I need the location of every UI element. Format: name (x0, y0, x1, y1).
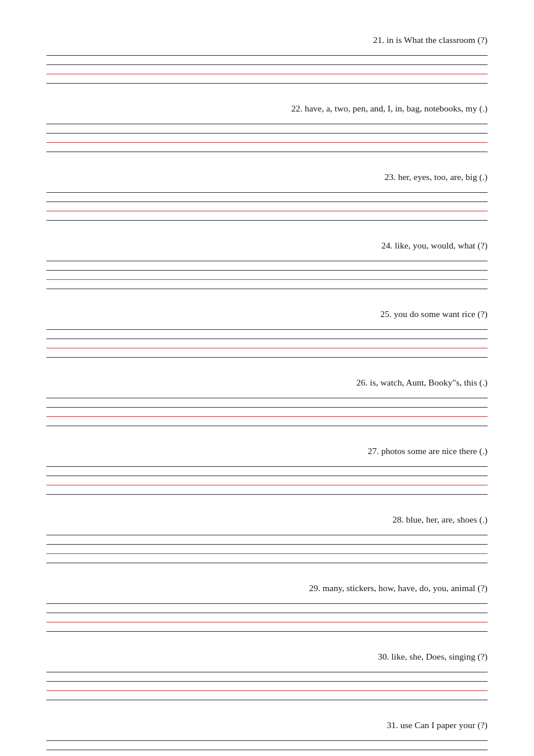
exercise-21-line-4[interactable] (46, 78, 488, 84)
exercise-22-line-1[interactable] (46, 118, 488, 124)
exercise-30-line-2[interactable] (46, 676, 488, 682)
exercise-24: 24. like, you, would, what (?) (46, 240, 488, 293)
exercise-24-line-3[interactable] (46, 274, 488, 280)
exercise-27-line-1[interactable] (46, 461, 488, 467)
exercise-29-line-1[interactable] (46, 598, 488, 604)
exercise-25-line-1[interactable] (46, 324, 488, 330)
exercise-22-prompt: 22. have, a, two, pen, and, I, in, bag, … (46, 103, 488, 114)
exercise-28-line-1[interactable] (46, 530, 488, 535)
exercise-29-prompt: 29. many, stickers, how, have, do, you, … (46, 583, 488, 593)
exercise-23-line-2[interactable] (46, 196, 488, 202)
exercise-21-lines (46, 50, 488, 87)
exercise-23-line-3[interactable] (46, 206, 488, 211)
exercise-24-line-4[interactable] (46, 283, 488, 289)
exercise-23-lines (46, 187, 488, 224)
exercise-25-line-4[interactable] (46, 352, 488, 358)
exercise-29-line-3[interactable] (46, 617, 488, 622)
exercise-27-line-4[interactable] (46, 489, 488, 495)
exercise-22-line-3[interactable] (46, 137, 488, 143)
exercise-28-line-2[interactable] (46, 539, 488, 545)
exercise-26-line-2[interactable] (46, 402, 488, 408)
exercise-29-lines (46, 598, 488, 635)
exercise-21-line-3[interactable] (46, 69, 488, 74)
exercise-27-line-3[interactable] (46, 480, 488, 485)
exercise-26-line-4[interactable] (46, 420, 488, 426)
exercise-31-line-2[interactable] (46, 744, 488, 750)
exercise-26-lines (46, 393, 488, 430)
exercise-31-lines (46, 735, 488, 756)
exercise-30-line-3[interactable] (46, 685, 488, 691)
exercise-25-line-3[interactable] (46, 343, 488, 348)
exercise-24-line-2[interactable] (46, 265, 488, 271)
exercise-30-line-4[interactable] (46, 694, 488, 700)
exercise-21-line-2[interactable] (46, 59, 488, 65)
exercise-30: 30. like, she, Does, singing (?) (46, 651, 488, 704)
exercise-23-line-1[interactable] (46, 187, 488, 193)
exercise-22-line-4[interactable] (46, 146, 488, 152)
exercises-container: 21. in is What the classroom (?)22. have… (46, 35, 488, 756)
exercise-28: 28. blue, her, are, shoes (.) (46, 514, 488, 567)
exercise-24-lines (46, 255, 488, 293)
exercise-31-prompt: 31. use Can I paper your (?) (46, 720, 488, 730)
exercise-25-prompt: 25. you do some want rice (?) (46, 309, 488, 319)
exercise-27-prompt: 27. photos some are nice there (.) (46, 446, 488, 456)
exercise-27-line-2[interactable] (46, 470, 488, 476)
exercise-26: 26. is, watch, Aunt, Booky"s, this (.) (46, 377, 488, 430)
exercise-26-line-1[interactable] (46, 393, 488, 398)
exercise-25-lines (46, 324, 488, 361)
exercise-30-line-1[interactable] (46, 667, 488, 672)
exercise-24-line-1[interactable] (46, 255, 488, 261)
exercise-29: 29. many, stickers, how, have, do, you, … (46, 583, 488, 635)
exercise-25-line-2[interactable] (46, 333, 488, 339)
exercise-26-line-3[interactable] (46, 411, 488, 417)
exercise-29-line-4[interactable] (46, 626, 488, 632)
exercise-30-prompt: 30. like, she, Does, singing (?) (46, 651, 488, 662)
exercise-27-lines (46, 461, 488, 498)
exercise-24-prompt: 24. like, you, would, what (?) (46, 240, 488, 251)
exercise-30-lines (46, 667, 488, 704)
exercise-23-prompt: 23. her, eyes, too, are, big (.) (46, 172, 488, 182)
exercise-21-prompt: 21. in is What the classroom (?) (46, 35, 488, 45)
exercise-29-line-2[interactable] (46, 607, 488, 613)
exercise-28-line-3[interactable] (46, 548, 488, 554)
exercise-21-line-1[interactable] (46, 50, 488, 56)
exercise-31-line-3[interactable] (46, 754, 488, 756)
exercise-23: 23. her, eyes, too, are, big (.) (46, 172, 488, 224)
exercise-31-line-1[interactable] (46, 735, 488, 741)
exercise-28-lines (46, 530, 488, 567)
exercise-27: 27. photos some are nice there (.) (46, 446, 488, 498)
exercise-26-prompt: 26. is, watch, Aunt, Booky"s, this (.) (46, 377, 488, 388)
exercise-22-lines (46, 118, 488, 156)
exercise-25: 25. you do some want rice (?) (46, 309, 488, 361)
exercise-21: 21. in is What the classroom (?) (46, 35, 488, 87)
exercise-28-line-4[interactable] (46, 557, 488, 563)
exercise-28-prompt: 28. blue, her, are, shoes (.) (46, 514, 488, 525)
exercise-31: 31. use Can I paper your (?) (46, 720, 488, 756)
exercise-22-line-2[interactable] (46, 128, 488, 134)
exercise-22: 22. have, a, two, pen, and, I, in, bag, … (46, 103, 488, 156)
exercise-23-line-4[interactable] (46, 215, 488, 221)
